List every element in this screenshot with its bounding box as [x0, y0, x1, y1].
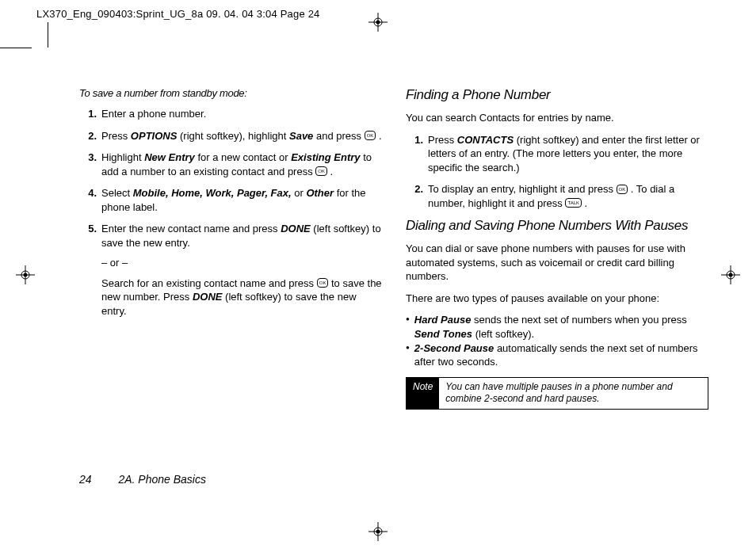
step: 4.Select Mobile, Home, Work, Pager, Fax,…: [79, 186, 382, 214]
registration-mark-icon: [16, 265, 35, 284]
paragraph: You can dial or save phone numbers with …: [406, 242, 708, 284]
crop-mark: [48, 22, 48, 48]
registration-mark-icon: [368, 522, 388, 541]
step: 1.Enter a phone number.: [79, 107, 382, 121]
registration-mark-icon: [721, 265, 740, 284]
talk-key-icon: TALK: [565, 198, 582, 208]
note-text: You can have multiple pauses in a phone …: [439, 378, 708, 409]
left-column: To save a number from standby mode: 1.En…: [79, 87, 382, 410]
heading: Finding a Phone Number: [406, 87, 708, 103]
paragraph: You can search Contacts for entries by n…: [406, 111, 708, 125]
ok-key-icon: OK: [365, 131, 376, 140]
note-box: Note You can have multiple pauses in a p…: [406, 377, 708, 410]
step: 3.Highlight New Entry for a new contact …: [79, 151, 382, 178]
step: 1.Press CONTACTS (right softkey) and ent…: [406, 133, 708, 175]
paragraph: There are two types of pauses available …: [406, 292, 708, 306]
ok-key-icon: OK: [617, 185, 628, 194]
or-divider: – or –: [101, 256, 382, 270]
crop-mark: [0, 48, 32, 48]
bullet: Hard Pause sends the next set of numbers…: [406, 313, 708, 341]
step: 2.To display an entry, highlight it and …: [406, 182, 708, 210]
page-number: 24: [79, 473, 92, 486]
ok-key-icon: OK: [315, 166, 327, 176]
step: 5. Enter the new contact name and press …: [79, 222, 382, 318]
section-name: 2A. Phone Basics: [118, 473, 206, 486]
ok-key-icon: OK: [317, 278, 329, 288]
step: 2.Press OPTIONS (right softkey), highlig…: [79, 129, 382, 143]
page-content: To save a number from standby mode: 1.En…: [79, 87, 708, 410]
note-label: Note: [407, 378, 439, 409]
print-header: LX370_Eng_090403:Sprint_UG_8a 09. 04. 04…: [36, 8, 320, 20]
right-column: Finding a Phone Number You can search Co…: [406, 87, 708, 410]
page-footer: 24 2A. Phone Basics: [79, 473, 206, 486]
section-intro: To save a number from standby mode:: [79, 87, 382, 99]
bullet: 2-Second Pause automatically sends the n…: [406, 341, 708, 369]
heading: Dialing and Saving Phone Numbers With Pa…: [406, 218, 708, 234]
registration-mark-icon: [368, 13, 388, 32]
